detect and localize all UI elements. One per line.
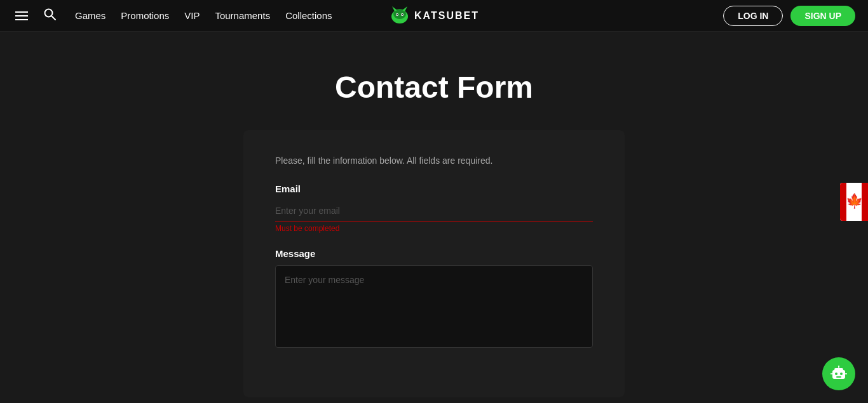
nav-vip[interactable]: VIP (184, 10, 200, 21)
message-form-group: Message (275, 248, 593, 350)
svg-rect-12 (862, 183, 868, 221)
nav-promotions[interactable]: Promotions (121, 10, 169, 21)
nav-games[interactable]: Games (75, 10, 105, 21)
hamburger-menu-icon[interactable] (13, 9, 31, 23)
chatbot-button[interactable] (822, 357, 855, 390)
email-label: Email (275, 183, 593, 194)
navbar-right: LOG IN SIGN UP (723, 6, 855, 26)
navbar-logo[interactable]: KatsuBet (389, 5, 479, 27)
login-button[interactable]: LOG IN (723, 6, 783, 26)
form-description: Please, fill the information below. All … (275, 155, 593, 166)
main-content: Contact Form Please, fill the informatio… (0, 32, 868, 403)
svg-rect-15 (834, 368, 843, 371)
navbar: Games Promotions VIP Tournaments Collect… (0, 0, 868, 32)
svg-line-1 (51, 16, 55, 20)
chatbot-icon (830, 365, 848, 383)
email-form-group: Email Must be completed (275, 183, 593, 233)
nav-links: Games Promotions VIP Tournaments Collect… (75, 10, 332, 21)
svg-point-9 (402, 14, 403, 15)
email-field[interactable] (275, 201, 593, 221)
svg-text:🍁: 🍁 (846, 192, 864, 209)
svg-point-18 (835, 373, 837, 375)
message-label: Message (275, 248, 593, 259)
canada-flag-icon: 🍁 (840, 183, 868, 221)
logo-icon (389, 5, 410, 27)
logo-text: KatsuBet (414, 10, 479, 22)
message-field[interactable] (275, 265, 593, 348)
svg-rect-20 (836, 376, 841, 378)
svg-point-19 (840, 373, 843, 375)
search-icon[interactable] (43, 8, 56, 23)
page-title: Contact Form (335, 70, 533, 105)
nav-collections[interactable]: Collections (285, 10, 332, 21)
navbar-left: Games Promotions VIP Tournaments Collect… (13, 8, 332, 23)
nav-tournaments[interactable]: Tournaments (215, 10, 270, 21)
contact-form-container: Please, fill the information below. All … (243, 130, 625, 397)
signup-button[interactable]: SIGN UP (790, 6, 855, 26)
email-error-message: Must be completed (275, 224, 593, 233)
canada-flag-button[interactable]: 🍁 (840, 183, 868, 221)
svg-point-17 (838, 366, 839, 367)
svg-point-8 (397, 14, 398, 15)
